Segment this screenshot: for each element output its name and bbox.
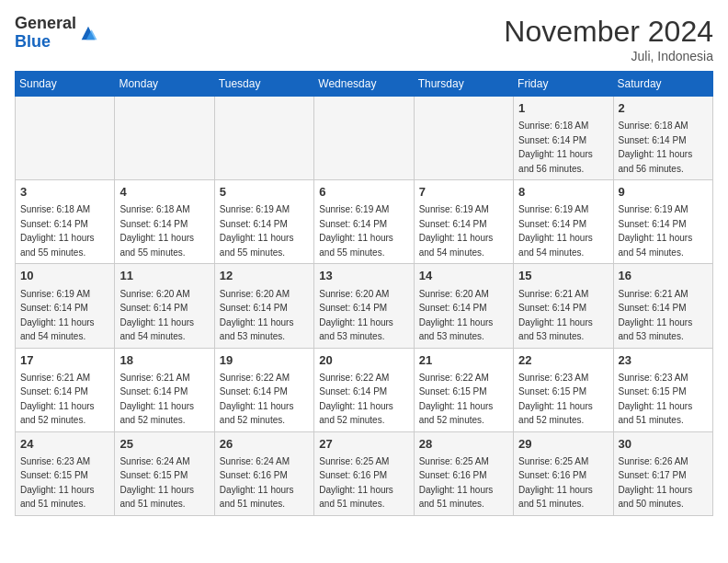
day-cell-4: 4Sunrise: 6:18 AM Sunset: 6:14 PM Daylig… <box>115 180 214 264</box>
day-info: Sunrise: 6:20 AM Sunset: 6:14 PM Dayligh… <box>220 289 294 342</box>
day-cell-28: 28Sunrise: 6:25 AM Sunset: 6:16 PM Dayli… <box>414 431 513 515</box>
day-cell-5: 5Sunrise: 6:19 AM Sunset: 6:14 PM Daylig… <box>214 180 313 264</box>
weekday-header-monday: Monday <box>115 72 214 97</box>
day-number: 19 <box>220 352 309 369</box>
day-number: 27 <box>319 436 408 453</box>
day-cell-20: 20Sunrise: 6:22 AM Sunset: 6:14 PM Dayli… <box>314 348 414 431</box>
day-info: Sunrise: 6:19 AM Sunset: 6:14 PM Dayligh… <box>619 204 693 258</box>
day-number: 29 <box>518 436 608 453</box>
logo: General Blue <box>15 15 98 52</box>
day-cell-9: 9Sunrise: 6:19 AM Sunset: 6:14 PM Daylig… <box>613 180 712 264</box>
day-cell-1: 1Sunrise: 6:18 AM Sunset: 6:14 PM Daylig… <box>514 97 613 180</box>
day-cell-12: 12Sunrise: 6:20 AM Sunset: 6:14 PM Dayli… <box>214 264 313 348</box>
day-info: Sunrise: 6:21 AM Sunset: 6:14 PM Dayligh… <box>119 373 194 426</box>
weekday-row: SundayMondayTuesdayWednesdayThursdayFrid… <box>16 72 713 97</box>
day-number: 8 <box>518 184 608 201</box>
day-number: 25 <box>119 436 209 453</box>
calendar-body: 1Sunrise: 6:18 AM Sunset: 6:14 PM Daylig… <box>16 97 713 516</box>
day-info: Sunrise: 6:25 AM Sunset: 6:16 PM Dayligh… <box>518 456 593 510</box>
day-cell-17: 17Sunrise: 6:21 AM Sunset: 6:14 PM Dayli… <box>16 348 115 431</box>
week-row-5: 24Sunrise: 6:23 AM Sunset: 6:15 PM Dayli… <box>16 431 713 515</box>
day-cell-14: 14Sunrise: 6:20 AM Sunset: 6:14 PM Dayli… <box>414 264 513 348</box>
day-cell-24: 24Sunrise: 6:23 AM Sunset: 6:15 PM Dayli… <box>16 431 115 515</box>
day-info: Sunrise: 6:18 AM Sunset: 6:14 PM Dayligh… <box>20 204 95 258</box>
day-cell-27: 27Sunrise: 6:25 AM Sunset: 6:16 PM Dayli… <box>314 431 414 515</box>
day-number: 26 <box>220 436 309 453</box>
week-row-2: 3Sunrise: 6:18 AM Sunset: 6:14 PM Daylig… <box>16 180 713 264</box>
day-info: Sunrise: 6:19 AM Sunset: 6:14 PM Dayligh… <box>220 204 294 258</box>
day-info: Sunrise: 6:19 AM Sunset: 6:14 PM Dayligh… <box>20 289 95 342</box>
day-number: 13 <box>319 268 408 284</box>
day-info: Sunrise: 6:18 AM Sunset: 6:14 PM Dayligh… <box>518 121 593 174</box>
empty-cell <box>314 97 414 180</box>
day-info: Sunrise: 6:22 AM Sunset: 6:15 PM Dayligh… <box>419 373 494 426</box>
day-info: Sunrise: 6:25 AM Sunset: 6:16 PM Dayligh… <box>319 456 393 510</box>
weekday-header-friday: Friday <box>514 72 613 97</box>
day-number: 17 <box>20 352 109 369</box>
day-cell-10: 10Sunrise: 6:19 AM Sunset: 6:14 PM Dayli… <box>16 264 115 348</box>
day-number: 15 <box>518 268 608 284</box>
day-info: Sunrise: 6:23 AM Sunset: 6:15 PM Dayligh… <box>518 373 593 426</box>
day-number: 5 <box>220 184 309 201</box>
day-number: 12 <box>220 268 309 284</box>
day-info: Sunrise: 6:24 AM Sunset: 6:15 PM Dayligh… <box>119 456 194 510</box>
day-info: Sunrise: 6:20 AM Sunset: 6:14 PM Dayligh… <box>119 289 194 342</box>
day-cell-11: 11Sunrise: 6:20 AM Sunset: 6:14 PM Dayli… <box>115 264 214 348</box>
month-title: November 2024 <box>504 15 713 49</box>
day-number: 22 <box>518 352 608 369</box>
empty-cell <box>414 97 513 180</box>
day-number: 11 <box>119 268 209 284</box>
day-cell-25: 25Sunrise: 6:24 AM Sunset: 6:15 PM Dayli… <box>115 431 214 515</box>
day-number: 2 <box>619 100 708 117</box>
day-info: Sunrise: 6:20 AM Sunset: 6:14 PM Dayligh… <box>419 289 494 342</box>
day-cell-7: 7Sunrise: 6:19 AM Sunset: 6:14 PM Daylig… <box>414 180 513 264</box>
day-info: Sunrise: 6:24 AM Sunset: 6:16 PM Dayligh… <box>220 456 294 510</box>
weekday-header-thursday: Thursday <box>414 72 513 97</box>
day-number: 28 <box>419 436 508 453</box>
week-row-4: 17Sunrise: 6:21 AM Sunset: 6:14 PM Dayli… <box>16 348 713 431</box>
day-cell-15: 15Sunrise: 6:21 AM Sunset: 6:14 PM Dayli… <box>514 264 613 348</box>
weekday-header-tuesday: Tuesday <box>214 72 313 97</box>
calendar-table: SundayMondayTuesdayWednesdayThursdayFrid… <box>15 71 713 516</box>
day-number: 1 <box>518 100 608 117</box>
day-number: 23 <box>619 352 708 369</box>
day-info: Sunrise: 6:21 AM Sunset: 6:14 PM Dayligh… <box>20 373 95 426</box>
title-area: November 2024 Juli, Indonesia <box>504 15 713 63</box>
day-cell-21: 21Sunrise: 6:22 AM Sunset: 6:15 PM Dayli… <box>414 348 513 431</box>
calendar-header: SundayMondayTuesdayWednesdayThursdayFrid… <box>16 72 713 97</box>
week-row-3: 10Sunrise: 6:19 AM Sunset: 6:14 PM Dayli… <box>16 264 713 348</box>
day-cell-30: 30Sunrise: 6:26 AM Sunset: 6:17 PM Dayli… <box>613 431 712 515</box>
day-info: Sunrise: 6:18 AM Sunset: 6:14 PM Dayligh… <box>619 121 693 174</box>
day-cell-16: 16Sunrise: 6:21 AM Sunset: 6:14 PM Dayli… <box>613 264 712 348</box>
day-number: 6 <box>319 184 408 201</box>
day-info: Sunrise: 6:22 AM Sunset: 6:14 PM Dayligh… <box>220 373 294 426</box>
day-number: 10 <box>20 268 109 284</box>
day-info: Sunrise: 6:23 AM Sunset: 6:15 PM Dayligh… <box>619 373 693 426</box>
day-number: 16 <box>619 268 708 284</box>
day-info: Sunrise: 6:19 AM Sunset: 6:14 PM Dayligh… <box>319 204 393 258</box>
day-info: Sunrise: 6:23 AM Sunset: 6:15 PM Dayligh… <box>20 456 95 510</box>
day-cell-3: 3Sunrise: 6:18 AM Sunset: 6:14 PM Daylig… <box>16 180 115 264</box>
empty-cell <box>115 97 214 180</box>
day-cell-22: 22Sunrise: 6:23 AM Sunset: 6:15 PM Dayli… <box>514 348 613 431</box>
logo-icon <box>78 23 98 43</box>
logo-text: General Blue <box>15 15 76 52</box>
day-number: 7 <box>419 184 508 201</box>
day-info: Sunrise: 6:18 AM Sunset: 6:14 PM Dayligh… <box>119 204 194 258</box>
day-cell-29: 29Sunrise: 6:25 AM Sunset: 6:16 PM Dayli… <box>514 431 613 515</box>
day-number: 20 <box>319 352 408 369</box>
weekday-header-sunday: Sunday <box>16 72 115 97</box>
empty-cell <box>16 97 115 180</box>
day-cell-26: 26Sunrise: 6:24 AM Sunset: 6:16 PM Dayli… <box>214 431 313 515</box>
day-info: Sunrise: 6:19 AM Sunset: 6:14 PM Dayligh… <box>419 204 494 258</box>
day-cell-8: 8Sunrise: 6:19 AM Sunset: 6:14 PM Daylig… <box>514 180 613 264</box>
day-number: 3 <box>20 184 109 201</box>
day-info: Sunrise: 6:21 AM Sunset: 6:14 PM Dayligh… <box>518 289 593 342</box>
location-title: Juli, Indonesia <box>504 49 713 63</box>
day-cell-23: 23Sunrise: 6:23 AM Sunset: 6:15 PM Dayli… <box>613 348 712 431</box>
weekday-header-wednesday: Wednesday <box>314 72 414 97</box>
day-number: 21 <box>419 352 508 369</box>
page-header: General Blue November 2024 Juli, Indones… <box>15 15 713 63</box>
day-number: 4 <box>119 184 209 201</box>
day-cell-13: 13Sunrise: 6:20 AM Sunset: 6:14 PM Dayli… <box>314 264 414 348</box>
